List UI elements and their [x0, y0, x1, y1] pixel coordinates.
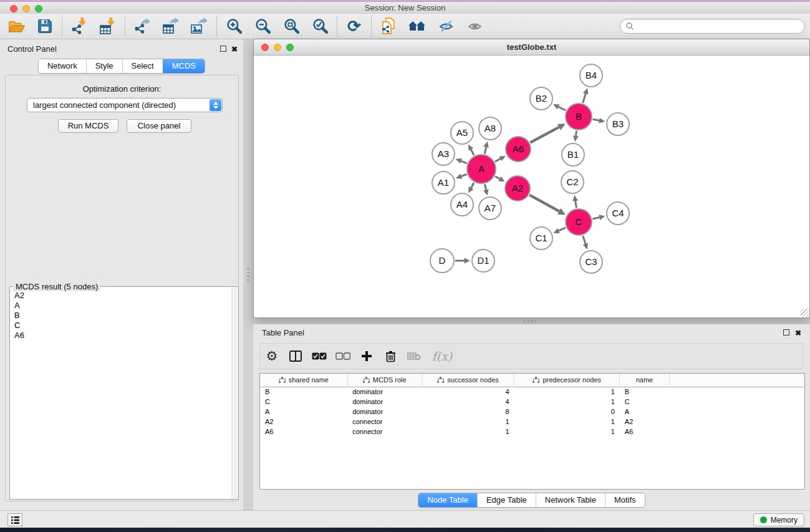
graph-edge[interactable]: [471, 150, 474, 155]
graph-node-B[interactable]: [566, 104, 592, 130]
graph-edge[interactable]: [461, 174, 467, 176]
table-row[interactable]: A2connector11A2: [260, 417, 804, 427]
search-field[interactable]: [620, 19, 805, 34]
import-table-button[interactable]: [98, 16, 118, 36]
table-cell[interactable]: 1: [514, 417, 620, 427]
criterion-dropdown[interactable]: largest connected component (directed): [27, 98, 223, 112]
graph-edge[interactable]: [495, 158, 500, 162]
graph-edge[interactable]: [558, 107, 566, 110]
zoom-selected-button[interactable]: [310, 16, 330, 36]
column-header[interactable]: successor nodes: [422, 374, 514, 387]
import-network-button[interactable]: [69, 16, 89, 36]
graph-node-B4[interactable]: [580, 64, 602, 87]
horizontal-split-divider[interactable]: [524, 320, 536, 322]
task-history-button[interactable]: [7, 513, 22, 526]
table-cell[interactable]: 1: [422, 417, 514, 427]
graph-node-A6[interactable]: [506, 137, 531, 162]
graph-node-A2[interactable]: [505, 176, 530, 201]
resize-handle[interactable]: [801, 309, 809, 317]
close-panel-button[interactable]: Close panel: [127, 119, 191, 133]
graph-edge[interactable]: [592, 218, 599, 219]
graph-edge[interactable]: [559, 228, 566, 231]
float-panel-icon[interactable]: [783, 329, 789, 336]
zoom-out-button[interactable]: [253, 16, 272, 36]
tab-select[interactable]: Select: [122, 59, 163, 73]
graph-node-A8[interactable]: [479, 117, 501, 140]
graph-node-A1[interactable]: [432, 172, 455, 194]
graph-edge[interactable]: [576, 131, 576, 136]
table-cell[interactable]: 1: [514, 427, 620, 437]
graph-edge[interactable]: [471, 183, 474, 188]
column-header[interactable]: MCDS role: [347, 374, 422, 387]
graph-node-A[interactable]: [467, 155, 496, 183]
table-cell[interactable]: 0: [514, 407, 620, 417]
show-columns-button[interactable]: [287, 347, 304, 365]
table-cell[interactable]: dominator: [347, 407, 422, 417]
mcds-result-item[interactable]: B: [11, 311, 231, 321]
mcds-result-item[interactable]: A: [11, 301, 231, 311]
graph-node-B3[interactable]: [607, 113, 629, 135]
graph-node-C4[interactable]: [607, 202, 629, 225]
mcds-result-item[interactable]: C: [11, 321, 231, 331]
graph-edge[interactable]: [583, 236, 586, 244]
mcds-result-item[interactable]: A6: [11, 331, 231, 341]
graph-node-C[interactable]: [566, 209, 592, 235]
add-column-button[interactable]: [359, 347, 375, 365]
graph-edge[interactable]: [485, 147, 486, 154]
export-network-button[interactable]: [132, 16, 152, 36]
tab-mcds[interactable]: MCDS: [163, 59, 205, 73]
tab-network-table[interactable]: Network Table: [536, 493, 605, 507]
table-cell[interactable]: 4: [422, 387, 514, 397]
zoom-in-button[interactable]: [224, 16, 244, 36]
result-scrollbar[interactable]: [231, 288, 238, 498]
graph-node-B1[interactable]: [562, 143, 584, 166]
table-settings-button[interactable]: ⚙: [264, 347, 280, 365]
show-graphics-details-button[interactable]: [465, 16, 485, 36]
export-image-button[interactable]: [190, 16, 210, 36]
tab-node-table[interactable]: Node Table: [418, 493, 477, 507]
table-cell[interactable]: A2: [620, 417, 669, 427]
graph-node-B2[interactable]: [530, 87, 552, 110]
graph-edge[interactable]: [485, 184, 486, 190]
graph-edge[interactable]: [495, 177, 499, 179]
table-cell[interactable]: 1: [422, 427, 514, 437]
graph-edge[interactable]: [593, 119, 599, 120]
save-session-button[interactable]: [35, 16, 55, 36]
tab-edge-table[interactable]: Edge Table: [477, 493, 536, 507]
network-canvas[interactable]: B4B2BB3B1A5A8A6A3AA1A2C2A4A7C4CC1C3DD1: [254, 56, 809, 317]
table-cell[interactable]: A2: [260, 417, 347, 427]
graph-node-C3[interactable]: [580, 251, 602, 273]
table-cell[interactable]: A6: [620, 427, 669, 437]
table-cell[interactable]: dominator: [347, 397, 422, 407]
graph-edge[interactable]: [576, 201, 577, 208]
delete-table-button[interactable]: [406, 347, 422, 365]
graph-node-A3[interactable]: [432, 143, 455, 165]
column-header[interactable]: shared name: [260, 374, 347, 387]
clone-network-button[interactable]: [378, 16, 398, 36]
refresh-layout-button[interactable]: ⟳: [344, 16, 364, 36]
graph-node-D1[interactable]: [472, 249, 494, 272]
tab-motifs[interactable]: Motifs: [605, 493, 645, 507]
memory-button[interactable]: Memory: [753, 513, 804, 526]
column-header[interactable]: predecessor nodes: [514, 374, 620, 387]
table-cell[interactable]: dominator: [347, 387, 422, 397]
table-cell[interactable]: 1: [514, 387, 620, 397]
delete-column-button[interactable]: [382, 347, 398, 365]
table-cell[interactable]: 8: [422, 407, 514, 417]
table-cell[interactable]: 1: [514, 397, 620, 407]
table-cell[interactable]: B: [260, 387, 347, 397]
table-cell[interactable]: A: [260, 407, 347, 417]
table-cell[interactable]: 4: [422, 397, 514, 407]
tab-network[interactable]: Network: [39, 59, 86, 73]
table-cell[interactable]: B: [620, 387, 669, 397]
open-session-button[interactable]: [6, 16, 26, 36]
table-row[interactable]: A6connector11A6: [260, 427, 804, 437]
graph-edge[interactable]: [583, 94, 586, 103]
hide-graphics-details-button[interactable]: [436, 16, 456, 36]
run-mcds-button[interactable]: Run MCDS: [58, 119, 118, 133]
graph-edge[interactable]: [461, 161, 466, 163]
graph-node-A7[interactable]: [479, 197, 501, 220]
table-row[interactable]: Bdominator41B: [260, 387, 804, 397]
search-input[interactable]: [634, 21, 804, 32]
table-cell[interactable]: C: [260, 397, 347, 407]
